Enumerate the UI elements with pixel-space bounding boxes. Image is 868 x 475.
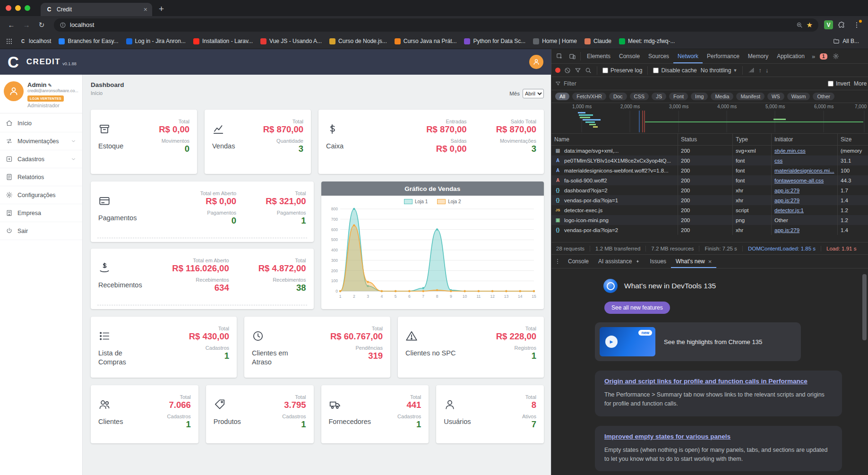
- month-select[interactable]: Abril: [523, 89, 544, 98]
- bookmark-branches-for-easy[interactable]: Branches for Easy...: [55, 36, 121, 46]
- initiator-link[interactable]: fontawesome-all.css: [774, 178, 824, 183]
- initiator-link[interactable]: app.js:279: [774, 227, 799, 233]
- url-text[interactable]: localhost: [70, 21, 792, 28]
- see-all-features-button[interactable]: See all new features: [604, 302, 670, 314]
- play-icon[interactable]: ▶: [605, 336, 618, 348]
- bookmark-curso-java-na-prat[interactable]: Curso Java na Prát...: [391, 36, 460, 46]
- bookmark-vue-js-usando-a[interactable]: Vue JS - Usando A...: [257, 36, 325, 46]
- device-toolbar-icon[interactable]: [566, 51, 578, 62]
- network-request-row[interactable]: Ape0TMlmSLYBIv1o4X1M8ce2xCx3yop4tQ...200…: [551, 155, 868, 165]
- filter-chip-other[interactable]: Other: [813, 93, 834, 100]
- network-request-row[interactable]: {}dashboard?loja=2200xhrapp.js:2791.7: [551, 185, 868, 195]
- column-header-size[interactable]: Size: [838, 134, 868, 145]
- site-info-icon[interactable]: [60, 22, 66, 28]
- new-tab-button[interactable]: +: [159, 4, 164, 14]
- feature-link[interactable]: Origin and script links for profile and …: [604, 377, 833, 386]
- back-icon[interactable]: ←: [5, 18, 18, 32]
- zoom-icon[interactable]: [796, 22, 803, 28]
- initiator-link[interactable]: app.js:279: [774, 198, 799, 203]
- bookmark-curso-de-node-js[interactable]: Curso de Node.js...: [326, 36, 390, 46]
- export-har-icon[interactable]: ↓: [765, 67, 769, 74]
- initiator-link[interactable]: materialdesignicons.mi...: [774, 168, 834, 173]
- devtools-tab-sources[interactable]: Sources: [644, 49, 673, 63]
- close-icon[interactable]: ×: [708, 258, 712, 265]
- highlight-video-card[interactable]: new ▶ See the highlights from Chrome 135: [595, 322, 801, 361]
- search-network-icon[interactable]: [585, 67, 592, 74]
- network-request-row[interactable]: {}vendas-por-dia?loja=1200xhrapp.js:2791…: [551, 195, 868, 205]
- filter-chip-manifest[interactable]: Manifest: [736, 93, 765, 100]
- initiator-link[interactable]: css: [774, 158, 782, 164]
- disable-cache-checkbox[interactable]: Disable cache: [653, 67, 696, 74]
- sidebar-item-inicio[interactable]: Início: [0, 114, 82, 132]
- column-header-initiator[interactable]: Initiator: [772, 134, 838, 145]
- header-avatar[interactable]: [529, 55, 543, 69]
- address-bar[interactable]: localhost ★: [54, 18, 818, 32]
- drawer-tab-console[interactable]: Console: [563, 255, 593, 268]
- sidebar-item-configuracoes[interactable]: Configurações: [0, 186, 82, 204]
- browser-menu-icon[interactable]: [850, 18, 863, 32]
- sidebar-item-relatorios[interactable]: Relatórios: [0, 168, 82, 186]
- invert-filter-checkbox[interactable]: Invert: [828, 80, 850, 87]
- all-bookmarks-button[interactable]: All B...: [830, 36, 862, 46]
- filter-chip-wasm[interactable]: Wasm: [787, 93, 810, 100]
- more-filters-button[interactable]: More filters: [854, 80, 868, 87]
- filter-chip-img[interactable]: Img: [691, 93, 708, 100]
- filter-chip-font[interactable]: Font: [669, 93, 688, 100]
- preserve-log-checkbox[interactable]: Preserve log: [602, 67, 642, 74]
- filter-input[interactable]: Filter: [555, 80, 576, 87]
- drawer-tab-ai-assistance[interactable]: AI assistance: [593, 255, 645, 268]
- sidebar-item-sair[interactable]: Sair: [0, 222, 82, 240]
- devtools-tab-elements[interactable]: Elements: [583, 49, 615, 63]
- apps-grid-icon[interactable]: [6, 38, 13, 45]
- sidebar-item-cadastros[interactable]: Cadastros: [0, 150, 82, 168]
- inspect-element-icon[interactable]: [553, 51, 566, 62]
- clear-network-log-icon[interactable]: [564, 67, 571, 74]
- throttling-select[interactable]: No throttling▼: [701, 67, 738, 74]
- browser-tab[interactable]: C Credit ×: [41, 3, 152, 16]
- bookmark-star-icon[interactable]: ★: [807, 21, 813, 29]
- bookmark-installation-larav[interactable]: Installation - Larav...: [190, 36, 256, 46]
- filter-chip-media[interactable]: Media: [711, 93, 733, 100]
- sidebar-item-movimentacoes[interactable]: Movimentações: [0, 132, 82, 150]
- filter-chip-css[interactable]: CSS: [630, 93, 649, 100]
- devtools-tab-memory[interactable]: Memory: [744, 49, 773, 63]
- devtools-tab-performance[interactable]: Performance: [703, 49, 744, 63]
- close-window-button[interactable]: [6, 5, 11, 11]
- bookmark-localhost[interactable]: Clocalhost: [17, 36, 54, 46]
- filter-chip-fetch-xhr[interactable]: Fetch/XHR: [572, 93, 606, 100]
- tab-close-icon[interactable]: ×: [144, 6, 147, 13]
- initiator-link[interactable]: app.js:279: [774, 188, 799, 193]
- column-header-type[interactable]: Type: [733, 134, 772, 145]
- scrollbar-thumb[interactable]: [862, 274, 867, 340]
- maximize-window-button[interactable]: [25, 5, 30, 11]
- devtools-settings-gear-icon[interactable]: [830, 51, 842, 62]
- network-request-row[interactable]: ▣logo-icon-mini.png200pngOther1.2: [551, 215, 868, 225]
- network-overview-timeline[interactable]: 1,000 ms2,000 ms3,000 ms4,000 ms5,000 ms…: [551, 103, 868, 134]
- video-thumbnail[interactable]: new ▶: [600, 327, 655, 356]
- filter-funnel-icon[interactable]: [575, 67, 581, 74]
- column-header-status[interactable]: Status: [678, 134, 733, 145]
- devtools-tab-application[interactable]: Application: [773, 49, 809, 63]
- more-tabs-icon[interactable]: »: [809, 53, 817, 60]
- error-count-badge[interactable]: 1: [820, 53, 827, 60]
- drawer-tab-issues[interactable]: Issues: [645, 255, 671, 268]
- extensions-puzzle-icon[interactable]: [835, 18, 848, 32]
- filter-chip-ws[interactable]: WS: [767, 93, 784, 100]
- minimize-window-button[interactable]: [15, 5, 21, 11]
- network-request-row[interactable]: {}vendas-por-dia?loja=2200xhrapp.js:2791…: [551, 225, 868, 235]
- filter-chip-doc[interactable]: Doc: [609, 93, 627, 100]
- network-request-row[interactable]: Amaterialdesignicons-webfont.woff2?v=1.8…: [551, 165, 868, 175]
- record-network-log-icon[interactable]: [555, 68, 560, 73]
- filter-chip-all[interactable]: All: [555, 93, 569, 100]
- reload-icon[interactable]: ↻: [35, 18, 48, 32]
- bookmark-claude[interactable]: Claude: [581, 36, 615, 46]
- initiator-link[interactable]: detector.js:1: [774, 207, 804, 213]
- drawer-menu-icon[interactable]: [552, 258, 563, 265]
- network-request-row[interactable]: ▤data:image/svg+xml,...200svg+xmlstyle.m…: [551, 146, 868, 155]
- devtools-tab-network[interactable]: Network: [673, 49, 703, 63]
- bookmark-meet-mdg-zfwq[interactable]: Meet: mdg-zfwq-...: [616, 36, 678, 46]
- import-har-icon[interactable]: ↑: [758, 67, 762, 74]
- column-header-name[interactable]: Name: [551, 134, 678, 145]
- edit-pencil-icon[interactable]: ✎: [48, 83, 52, 88]
- filter-chip-js[interactable]: JS: [652, 93, 666, 100]
